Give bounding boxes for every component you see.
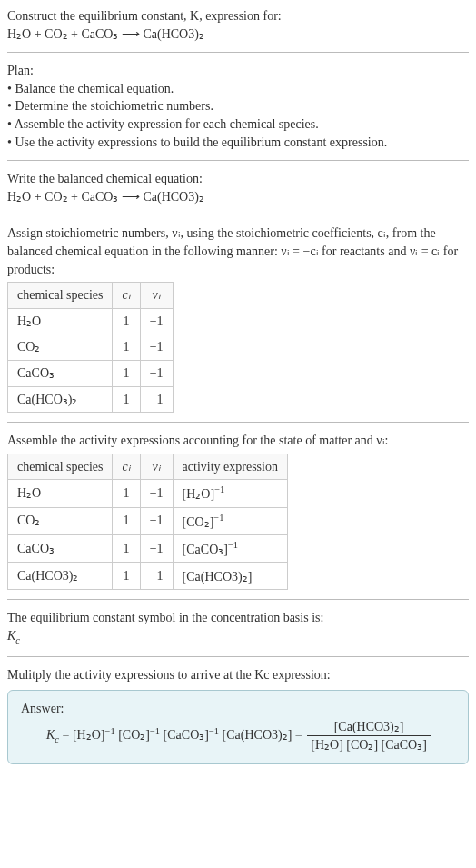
plan-section: Plan: • Balance the chemical equation. •… xyxy=(7,62,469,151)
symbol-value: Kc xyxy=(7,627,469,647)
divider xyxy=(7,656,469,657)
intro-equation: H₂O + CO₂ + CaCO₃ ⟶ Ca(HCO3)₂ xyxy=(7,25,469,44)
balanced-title: Write the balanced chemical equation: xyxy=(7,170,469,188)
cell-activity: [CaCO₃]−1 xyxy=(173,534,287,562)
cell-vi: −1 xyxy=(140,360,173,386)
table-row: CO₂ 1 −1 xyxy=(8,334,174,361)
cell-species: CaCO₃ xyxy=(8,534,113,562)
multiply-text: Mulitply the activity expressions to arr… xyxy=(7,666,469,684)
symbol-section: The equilibrium constant symbol in the c… xyxy=(7,609,469,647)
cell-vi: −1 xyxy=(140,308,173,334)
col-vi: νᵢ xyxy=(140,283,173,309)
col-activity: activity expression xyxy=(173,454,287,480)
divider xyxy=(7,422,469,423)
table-row: CO₂ 1 −1 [CO₂]−1 xyxy=(8,507,288,534)
cell-vi: 1 xyxy=(140,386,173,413)
divider xyxy=(7,599,469,600)
fraction-denominator: [H₂O] [CO₂] [CaCO₃] xyxy=(307,736,431,754)
assign-text: Assign stoichiometric numbers, νᵢ, using… xyxy=(7,224,469,278)
cell-ci: 1 xyxy=(113,563,140,590)
table-row: CaCO₃ 1 −1 [CaCO₃]−1 xyxy=(8,534,288,562)
cell-ci: 1 xyxy=(113,334,140,361)
table-row: H₂O 1 −1 [H₂O]−1 xyxy=(8,480,288,507)
cell-activity: [CO₂]−1 xyxy=(173,507,287,534)
plan-title: Plan: xyxy=(7,62,469,80)
fraction: [Ca(HCO3)₂] [H₂O] [CO₂] [CaCO₃] xyxy=(307,718,431,754)
plan-bullet: • Determine the stoichiometric numbers. xyxy=(7,97,469,115)
divider xyxy=(7,160,469,161)
cell-species: Ca(HCO3)₂ xyxy=(8,563,113,590)
cell-ci: 1 xyxy=(113,480,140,507)
col-vi: νᵢ xyxy=(140,454,173,480)
col-species: chemical species xyxy=(8,454,113,480)
plan-bullet: • Use the activity expressions to build … xyxy=(7,134,469,152)
answer-box: Answer: Kc = [H₂O]−1 [CO₂]−1 [CaCO₃]−1 [… xyxy=(7,690,469,764)
table-row: H₂O 1 −1 xyxy=(8,308,174,334)
multiply-section: Mulitply the activity expressions to arr… xyxy=(7,666,469,684)
intro-line1: Construct the equilibrium constant, K, e… xyxy=(7,7,469,25)
cell-ci: 1 xyxy=(113,386,140,413)
balanced-section: Write the balanced chemical equation: H₂… xyxy=(7,170,469,205)
answer-label: Answer: xyxy=(21,700,455,718)
activity-text: Assemble the activity expressions accoun… xyxy=(7,432,469,450)
cell-vi: −1 xyxy=(140,507,173,534)
cell-species: Ca(HCO₃)₂ xyxy=(8,386,113,413)
cell-vi: −1 xyxy=(140,334,173,361)
cell-species: CO₂ xyxy=(8,507,113,534)
cell-species: CO₂ xyxy=(8,334,113,361)
plan-bullet: • Assemble the activity expression for e… xyxy=(7,115,469,134)
activity-table: chemical species cᵢ νᵢ activity expressi… xyxy=(7,454,288,591)
cell-species: H₂O xyxy=(8,308,113,334)
table-header-row: chemical species cᵢ νᵢ xyxy=(8,283,174,309)
col-ci: cᵢ xyxy=(113,454,140,480)
divider xyxy=(7,52,469,53)
assign-section: Assign stoichiometric numbers, νᵢ, using… xyxy=(7,224,469,413)
cell-vi: 1 xyxy=(140,563,173,590)
cell-ci: 1 xyxy=(113,507,140,534)
plan-bullet: • Balance the chemical equation. xyxy=(7,80,469,98)
activity-section: Assemble the activity expressions accoun… xyxy=(7,432,469,590)
cell-species: H₂O xyxy=(8,480,113,507)
table-header-row: chemical species cᵢ νᵢ activity expressi… xyxy=(8,454,288,480)
intro-section: Construct the equilibrium constant, K, e… xyxy=(7,7,469,43)
cell-vi: −1 xyxy=(140,534,173,562)
cell-activity: [H₂O]−1 xyxy=(173,480,287,507)
col-species: chemical species xyxy=(8,283,113,309)
cell-ci: 1 xyxy=(113,308,140,334)
col-ci: cᵢ xyxy=(113,283,140,309)
cell-activity: [Ca(HCO3)₂] xyxy=(173,563,287,590)
cell-vi: −1 xyxy=(140,480,173,507)
divider xyxy=(7,215,469,215)
answer-expression: Kc = [H₂O]−1 [CO₂]−1 [CaCO₃]−1 [Ca(HCO3)… xyxy=(21,718,455,754)
cell-ci: 1 xyxy=(113,360,140,386)
table-row: Ca(HCO₃)₂ 1 1 xyxy=(8,386,174,413)
fraction-numerator: [Ca(HCO3)₂] xyxy=(307,718,431,737)
cell-species: CaCO₃ xyxy=(8,360,113,386)
symbol-text: The equilibrium constant symbol in the c… xyxy=(7,609,469,627)
cell-ci: 1 xyxy=(113,534,140,562)
stoich-table: chemical species cᵢ νᵢ H₂O 1 −1 CO₂ 1 −1… xyxy=(7,282,174,413)
table-row: CaCO₃ 1 −1 xyxy=(8,360,174,386)
balanced-equation: H₂O + CO₂ + CaCO₃ ⟶ Ca(HCO3)₂ xyxy=(7,188,469,206)
table-row: Ca(HCO3)₂ 1 1 [Ca(HCO3)₂] xyxy=(8,563,288,590)
